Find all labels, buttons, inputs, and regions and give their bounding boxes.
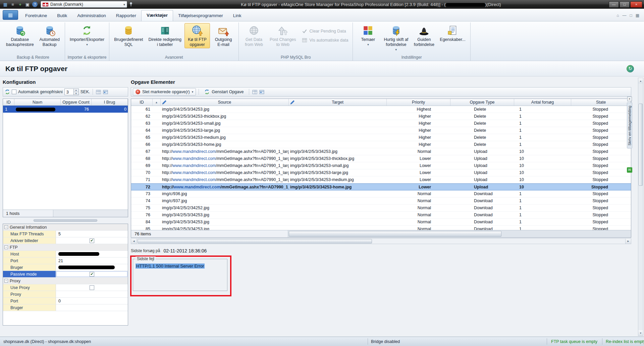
task-row[interactable]: 63img/p/3/4/2/5/3/34253-small.jpgHigherD… [131, 120, 631, 127]
task-row[interactable]: 76img/p/3/4/2/5/3/34253.jpgNormalDownloa… [131, 212, 631, 219]
task-row[interactable]: 71http://www.mandmdirect.com/mmGetImage.… [131, 176, 631, 183]
scroll-left-icon[interactable]: ◄ [131, 239, 137, 244]
maximize-button[interactable]: □ [620, 1, 630, 8]
splitter-handle[interactable] [34, 219, 97, 222]
config-col-opgave-count[interactable]: Opgave Count [61, 99, 92, 105]
task-col-state[interactable]: State [571, 99, 631, 106]
help-icon[interactable]: ? [32, 2, 38, 7]
scrollbar-thumb[interactable] [639, 104, 643, 186]
task-row[interactable]: 61img/p/3/4/2/5/3/34253.jpgHighestDelete… [131, 106, 631, 113]
task-row[interactable]: 64img/p/3/4/2/5/3/34253-large.jpgHigherD… [131, 127, 631, 134]
save-icon[interactable]: ▣ [24, 1, 31, 8]
tab-administration[interactable]: Administration [72, 11, 111, 21]
spinner-down-icon[interactable]: ▼ [74, 92, 78, 95]
task-row[interactable]: 75img/p/3/4/2/5/2/34252.jpgNormalDownloa… [131, 205, 631, 212]
task-col-source[interactable]: Source [161, 99, 289, 106]
grid-horizontal-scrollbar[interactable] [288, 230, 631, 237]
task-row[interactable]: 70http://www.mandmdirect.com/mmGetImage.… [131, 169, 631, 176]
plugin-icon[interactable]: + [17, 1, 23, 8]
property-row-proxy[interactable]: Proxy [3, 291, 128, 298]
language-selector[interactable]: Dansk (Danmark) ▾ [41, 1, 127, 8]
scroll-up-icon[interactable]: ▲ [638, 78, 643, 83]
source-edit-icon[interactable] [162, 100, 166, 106]
tab-foretrukne[interactable]: Foretrukne [20, 11, 52, 21]
task-row[interactable]: 74img/c/937.jpgNormalDownload1Stopped [131, 197, 631, 205]
scrollbar-track[interactable] [638, 83, 643, 330]
task-row[interactable]: 62img/p/3/4/2/5/3/34253-thickbox.jpgHigh… [131, 113, 631, 120]
task-col-target[interactable]: Target [289, 99, 387, 106]
refresh-icon[interactable]: ↻ [627, 65, 634, 72]
property-row-host[interactable]: Host [3, 251, 128, 257]
property-row-use-proxy[interactable]: Use Proxy [3, 284, 128, 291]
close-icon[interactable]: × [627, 97, 632, 101]
refresh-icon[interactable] [5, 89, 10, 95]
close-button[interactable]: × [630, 1, 642, 8]
property-row-port[interactable]: Port21 [3, 257, 128, 264]
pane-horizontal-scrollbar[interactable]: ◄ ► [131, 238, 631, 244]
task-row[interactable]: 69http://www.mandmdirect.com/mmGetImage.… [131, 162, 631, 169]
k-til-ftp-opgaver-button[interactable]: Kø til FTP opgaver [184, 23, 210, 48]
grid-icon[interactable]: ▦ [636, 13, 639, 18]
guiden-forbindelse-button[interactable]: Guiden forbindelse [411, 23, 437, 48]
checkbox-arkiver-billeder[interactable]: ✔ [90, 238, 94, 243]
task-col-id[interactable]: ID [131, 99, 153, 106]
delete-tasks-button[interactable]: × Slet markerede opgave(r) ▾ [133, 88, 196, 96]
feedback-label[interactable]: Skriv en tilbagemelding [627, 103, 632, 149]
restart-task-button[interactable]: Genstart Opgave [202, 88, 246, 96]
temaer-button[interactable]: Temaer▾ [355, 23, 381, 47]
task-row[interactable]: 73img/c/936.jpgNormalDownload1Stopped [131, 190, 631, 197]
task-col-sort[interactable]: ▲ [153, 99, 161, 106]
tab-tilf-jelsesprogrammer[interactable]: Tilføjelsesprogrammer [173, 11, 228, 21]
task-row[interactable]: 85img/p/3/4/2/5/3/34253.jpgNormalDownloa… [131, 226, 631, 230]
task-col-attempts[interactable]: Antal forsøg [514, 99, 571, 106]
target-edit-icon[interactable] [290, 100, 294, 106]
scrollbar-track[interactable] [137, 239, 625, 244]
task-row[interactable]: 84img/p/3/4/2/5/3/34253.jpgNormalDownloa… [131, 219, 631, 226]
tab-v-rkt-jer[interactable]: Værktøjer [141, 10, 173, 21]
tab-link[interactable]: Link [228, 11, 247, 21]
property-row-arkiver-billeder[interactable]: Arkiver billeder✔ [3, 237, 128, 244]
task-row[interactable]: 72http://www.mandmdirect.com/mmGetImage.… [131, 183, 631, 190]
property-group-general-information[interactable]: −General Information [3, 224, 128, 231]
property-row-max-ftp-threads[interactable]: Max FTP Threads5 [3, 231, 128, 237]
property-row-passive-mode[interactable]: Passive mode✔ [3, 271, 128, 278]
automated-backup-button[interactable]: Automated Backup [37, 23, 62, 48]
config-col-id[interactable]: ID [3, 99, 14, 105]
property-row-port[interactable]: Port0 [3, 298, 128, 304]
last-error-value[interactable]: HTTP/1.1 500 Internal Server Error [136, 264, 205, 269]
customize-view-icon[interactable] [103, 89, 108, 95]
auto-refresh-checkbox[interactable] [12, 90, 16, 94]
settings-icon[interactable]: ≡ [9, 1, 16, 8]
interval-value[interactable]: 3 [65, 89, 73, 95]
property-group-proxy[interactable]: −Proxy [3, 278, 128, 284]
interval-spinner[interactable]: 3 ▲▼ [64, 89, 79, 95]
checkbox-passive-mode[interactable]: ✔ [90, 272, 94, 277]
task-row[interactable]: 68http://www.mandmdirect.com/mmGetImage.… [131, 155, 631, 162]
collapse-icon[interactable]: − [4, 225, 8, 229]
task-col-priority[interactable]: Priority [387, 99, 450, 106]
hurtig-skift-af-forbindelse-button[interactable]: Hurtig skift af forbindelse▾ [381, 23, 411, 52]
database-backup-restore-button[interactable]: Database backup/restore [4, 23, 36, 48]
task-col-type[interactable]: Opgave Type [450, 99, 514, 106]
customize-view-icon[interactable] [259, 89, 264, 95]
task-row[interactable]: 66img/p/3/4/2/5/3/34253-home.jpgHigherDe… [131, 141, 631, 148]
egenskaber-button[interactable]: Egenskaber... [437, 23, 468, 43]
direkte-redigering-i-tabeller-button[interactable]: Direkte redigering i tabeller [146, 23, 184, 48]
collapse-icon[interactable]: − [4, 245, 8, 249]
task-row[interactable]: 67http://www.mandmdirect.com/mmGetImage.… [131, 148, 631, 155]
spinner-up-icon[interactable]: ▲ [74, 89, 78, 92]
feedback-tab[interactable]: × Skriv en tilbagemelding ✉ [627, 97, 633, 174]
autosize-columns-icon[interactable] [96, 89, 101, 95]
property-row-bruger[interactable]: Bruger [3, 304, 128, 311]
scroll-down-icon[interactable]: ▼ [638, 330, 643, 336]
collapse-icon[interactable]: − [4, 279, 8, 283]
scroll-right-icon[interactable]: ► [625, 239, 631, 244]
minimize-button[interactable]: — [609, 1, 619, 8]
app-icon[interactable]: ▦ [2, 1, 9, 8]
pin-icon[interactable] [127, 1, 134, 8]
collapse-ribbon-icon[interactable]: — [622, 13, 626, 18]
config-col-i-brug[interactable]: I Brug [92, 99, 128, 105]
property-group-ftp[interactable]: −FTP [3, 244, 128, 251]
config-table-row[interactable]: 1760 [3, 106, 128, 113]
scrollbar-thumb[interactable] [289, 231, 501, 237]
